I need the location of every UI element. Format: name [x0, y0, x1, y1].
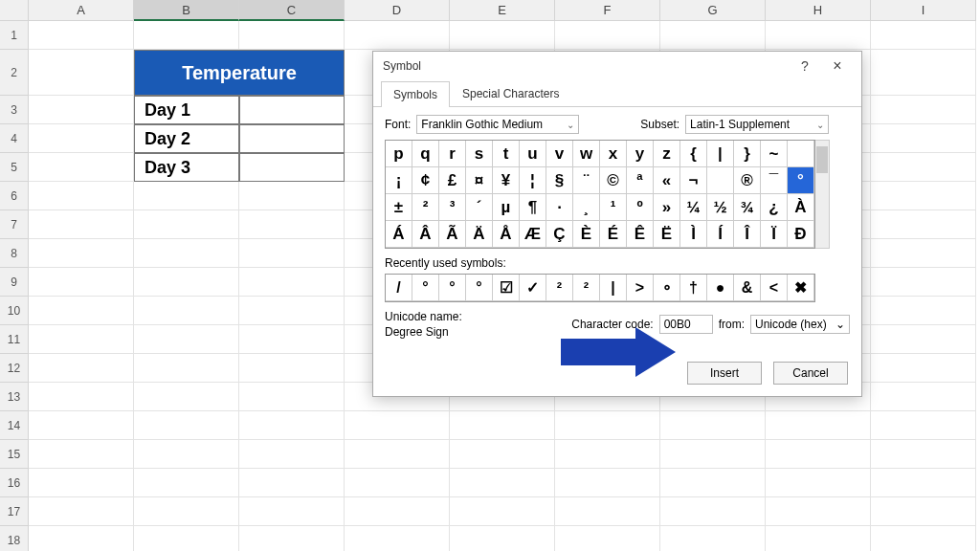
symbol-cell[interactable]: ® [734, 167, 761, 194]
cell[interactable] [871, 497, 976, 526]
cell[interactable] [766, 440, 871, 469]
day-label[interactable]: Day 3 [134, 153, 239, 182]
cell[interactable] [871, 297, 976, 325]
col-header-a[interactable]: A [29, 0, 134, 21]
cell[interactable] [871, 124, 976, 153]
cell[interactable] [239, 440, 345, 469]
symbol-cell[interactable]: Â [412, 221, 439, 248]
day-value[interactable] [239, 153, 345, 182]
dialog-titlebar[interactable]: Symbol ? × [373, 52, 861, 80]
cell[interactable] [29, 124, 134, 153]
symbol-cell[interactable]: ¯ [761, 167, 788, 194]
cell[interactable] [29, 411, 134, 440]
symbol-cell[interactable]: ¨ [573, 167, 600, 194]
recent-symbol-cell[interactable]: ² [546, 275, 573, 301]
char-code-input[interactable]: 00B0 [659, 315, 713, 334]
row-header[interactable]: 7 [0, 210, 29, 239]
row-header[interactable]: 6 [0, 182, 29, 210]
cell[interactable] [871, 210, 976, 239]
cell[interactable] [29, 354, 134, 383]
recent-symbol-cell[interactable]: & [734, 275, 761, 301]
symbol-cell[interactable]: ¹ [600, 194, 627, 221]
symbol-cell[interactable]: Å [493, 221, 520, 248]
cell[interactable] [239, 354, 345, 383]
cell[interactable] [871, 469, 976, 497]
cell[interactable] [29, 21, 134, 50]
symbol-cell[interactable]: § [546, 167, 573, 194]
cell[interactable] [450, 411, 555, 440]
cell[interactable] [134, 21, 239, 50]
cell[interactable] [134, 440, 239, 469]
col-header-d[interactable]: D [345, 0, 450, 21]
symbol-cell[interactable]: Ì [680, 221, 707, 248]
symbol-cell[interactable]: ° [788, 167, 814, 194]
symbol-cell[interactable]: ¤ [466, 167, 493, 194]
cell[interactable] [660, 497, 766, 526]
symbol-cell[interactable]: Ã [439, 221, 466, 248]
day-label[interactable]: Day 1 [134, 96, 239, 124]
symbol-cell[interactable]: s [466, 141, 493, 167]
recent-symbol-cell[interactable]: ° [439, 275, 466, 301]
cell[interactable] [134, 325, 239, 354]
symbol-cell[interactable]: Ê [627, 221, 654, 248]
cell[interactable] [555, 440, 660, 469]
cell[interactable] [871, 182, 976, 210]
cell[interactable] [134, 354, 239, 383]
cell[interactable] [345, 21, 450, 50]
recent-symbol-cell[interactable]: ° [412, 275, 439, 301]
cell[interactable] [134, 210, 239, 239]
cell[interactable] [134, 411, 239, 440]
symbol-cell[interactable]: v [546, 141, 573, 167]
symbol-cell[interactable]: © [600, 167, 627, 194]
cancel-button[interactable]: Cancel [773, 362, 848, 385]
from-select[interactable]: Unicode (hex) ⌄ [750, 315, 850, 334]
cell[interactable] [134, 297, 239, 325]
symbol-cell[interactable]: ² [412, 194, 439, 221]
cell[interactable] [871, 21, 976, 50]
cell[interactable] [345, 440, 450, 469]
cell[interactable] [239, 526, 345, 551]
cell[interactable] [660, 526, 766, 551]
cell[interactable] [871, 50, 976, 96]
cell[interactable] [239, 182, 345, 210]
close-button[interactable]: × [821, 57, 854, 75]
symbol-cell[interactable]: ¾ [734, 194, 761, 221]
cell[interactable] [555, 469, 660, 497]
symbol-cell[interactable]: ¡ [386, 167, 412, 194]
cell[interactable] [555, 497, 660, 526]
col-header-f[interactable]: F [555, 0, 660, 21]
recent-symbol-cell[interactable]: † [680, 275, 707, 301]
cell[interactable] [29, 268, 134, 297]
cell[interactable] [239, 268, 345, 297]
recent-symbol-cell[interactable]: ✓ [520, 275, 546, 301]
recent-symbol-cell[interactable]: / [386, 275, 412, 301]
cell[interactable] [345, 411, 450, 440]
row-header[interactable]: 13 [0, 383, 29, 411]
cell[interactable] [660, 440, 766, 469]
cell[interactable] [871, 440, 976, 469]
symbol-cell[interactable]: £ [439, 167, 466, 194]
symbol-cell[interactable]: Ð [788, 221, 814, 248]
symbol-cell[interactable]: ­ [707, 167, 734, 194]
symbol-cell[interactable]: ¬ [680, 167, 707, 194]
symbol-cell[interactable]: Ç [546, 221, 573, 248]
cell[interactable] [450, 526, 555, 551]
row-header[interactable]: 12 [0, 354, 29, 383]
cell[interactable] [555, 411, 660, 440]
cell[interactable] [29, 297, 134, 325]
recent-symbol-cell[interactable]: ∘ [654, 275, 680, 301]
symbol-cell[interactable]: · [546, 194, 573, 221]
cell[interactable] [660, 21, 766, 50]
symbol-cell[interactable]: È [573, 221, 600, 248]
row-header[interactable]: 11 [0, 325, 29, 354]
col-header-c[interactable]: C [239, 0, 345, 21]
row-header[interactable]: 17 [0, 497, 29, 526]
col-header-b[interactable]: B [134, 0, 239, 21]
symbol-cell[interactable]: Á [386, 221, 412, 248]
row-header[interactable]: 8 [0, 239, 29, 268]
recent-symbol-cell[interactable]: ✖ [788, 275, 814, 301]
symbol-cell[interactable]: Ë [654, 221, 680, 248]
symbol-cell[interactable]: z [654, 141, 680, 167]
symbol-cell[interactable]: ½ [707, 194, 734, 221]
row-header[interactable]: 14 [0, 411, 29, 440]
